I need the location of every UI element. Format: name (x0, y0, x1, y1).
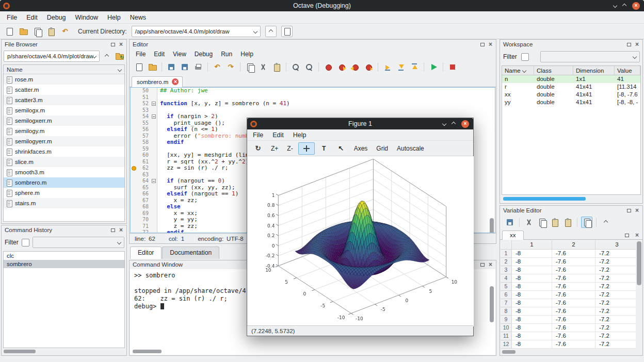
figure-titlebar[interactable]: Figure 1 × (247, 118, 473, 129)
file-row[interactable]: shrinkfaces.m (4, 146, 124, 157)
axes-button[interactable]: Axes (350, 142, 372, 155)
menu-help[interactable]: Help (103, 12, 125, 23)
close-panel-icon[interactable]: × (487, 42, 494, 47)
editor-menu-help[interactable]: Help (236, 50, 257, 59)
workspace-row[interactable]: yydouble41x41[-8, -8, - (502, 98, 640, 106)
variable-cell[interactable]: -7.2 (595, 332, 636, 340)
zoom-out-tool[interactable]: Z- (283, 142, 296, 155)
row-header[interactable]: 2 (501, 258, 512, 266)
variable-horizontal-scrollbar[interactable] (502, 350, 516, 354)
variable-cell[interactable]: -7.2 (595, 299, 636, 307)
menu-window[interactable]: Window (71, 12, 103, 23)
close-icon[interactable]: × (461, 120, 469, 128)
variable-cell[interactable]: -7.6 (552, 332, 595, 340)
variable-cell[interactable]: -7.6 (552, 307, 595, 316)
row-header[interactable]: 4 (501, 274, 512, 283)
workspace-row[interactable]: ndouble1x141 (502, 75, 640, 83)
variable-cell[interactable]: -7.2 (595, 307, 636, 316)
variable-cell[interactable]: -7.6 (552, 299, 595, 307)
plot-button[interactable] (581, 217, 592, 228)
close-tab-icon[interactable]: × (172, 78, 179, 85)
workspace-filter-combo[interactable] (540, 51, 640, 62)
variable-cell[interactable]: -7.2 (595, 291, 636, 299)
maximize-icon[interactable] (452, 122, 456, 126)
editor-vertical-scrollbar[interactable] (490, 218, 494, 233)
paste-button[interactable] (45, 25, 57, 38)
variable-cell[interactable]: -8 (512, 258, 552, 266)
command-window-scrollbar[interactable] (490, 286, 494, 322)
variable-cell[interactable]: -7.2 (595, 316, 636, 324)
file-row[interactable]: smooth3.m (4, 167, 124, 177)
figure-menu-edit[interactable]: Edit (268, 130, 288, 140)
workspace-column-header[interactable]: Dimension (573, 66, 615, 75)
file-row[interactable]: scatter.m (4, 85, 124, 95)
variable-cell[interactable]: -8 (512, 250, 552, 258)
variable-cell[interactable]: -7.2 (595, 274, 636, 283)
up-button[interactable] (600, 217, 611, 228)
variable-cell[interactable]: -8 (512, 266, 552, 274)
open-file-button[interactable] (17, 25, 29, 38)
close-panel-icon[interactable]: × (118, 227, 124, 233)
continue-button[interactable] (427, 61, 440, 73)
variable-cell[interactable]: -7.6 (552, 340, 595, 349)
find-files-button[interactable] (303, 61, 315, 73)
file-row[interactable]: slice.m (4, 157, 124, 167)
close-icon[interactable]: × (632, 2, 640, 10)
filter-checkbox[interactable] (521, 53, 529, 61)
save-button[interactable] (165, 61, 178, 73)
figure-menu-help[interactable]: Help (288, 130, 311, 140)
toggle-breakpoint-button[interactable] (322, 61, 334, 73)
editor-tab-sombrero[interactable]: sombrero.m × (132, 76, 183, 87)
column-header[interactable]: 1 (512, 240, 552, 250)
row-header[interactable]: 5 (501, 283, 512, 291)
editor-menu-debug[interactable]: Debug (190, 50, 217, 59)
variable-cell[interactable]: -7.6 (552, 266, 595, 274)
browse-directory-button[interactable] (281, 26, 293, 37)
tab-documentation[interactable]: Documentation (162, 246, 219, 259)
column-header[interactable]: 2 (552, 240, 595, 250)
close-panel-icon[interactable]: × (487, 262, 494, 267)
menu-file[interactable]: File (2, 12, 22, 23)
dock-icon[interactable] (625, 234, 629, 237)
variable-cell[interactable]: -7.2 (595, 250, 636, 258)
variable-cell[interactable]: -8 (512, 324, 552, 332)
copy-button[interactable] (536, 217, 548, 228)
variable-cell[interactable]: -8 (512, 307, 552, 316)
workspace-column-header[interactable]: Name (502, 66, 534, 75)
code-line[interactable]: 52function [x, y, z] = sombrero (n = 41) (131, 101, 495, 107)
variable-cell[interactable]: -7.6 (552, 291, 595, 299)
row-header[interactable]: 6 (501, 291, 512, 299)
find-button[interactable] (289, 61, 302, 73)
variable-tab-xx[interactable]: xx (502, 231, 524, 240)
row-header[interactable]: 3 (501, 266, 512, 274)
variable-cell[interactable]: -8 (512, 316, 552, 324)
figure-menu-file[interactable]: File (248, 130, 268, 140)
undock-icon[interactable] (480, 43, 485, 46)
workspace-horizontal-scrollbar[interactable] (503, 197, 586, 201)
variable-cell[interactable]: -8 (512, 332, 552, 340)
current-directory-combo[interactable]: /app/share/octave/4.4.0/m/plot/draw (132, 26, 261, 37)
variable-cell[interactable]: -7.6 (552, 258, 595, 266)
row-header[interactable]: 10 (501, 324, 512, 332)
save-button[interactable] (504, 217, 516, 228)
filter-checkbox[interactable] (22, 239, 29, 246)
workspace-row[interactable]: xxdouble41x41[-8, -7.6 (502, 91, 640, 98)
editor-menu-file[interactable]: File (132, 50, 150, 59)
history-filter-combo[interactable] (33, 237, 124, 248)
autoscale-button[interactable]: Autoscale (393, 142, 428, 155)
file-list-header[interactable]: Name (4, 65, 124, 74)
variable-cell[interactable]: -7.2 (595, 266, 636, 274)
stop-button[interactable] (446, 61, 459, 73)
undock-icon[interactable] (627, 209, 631, 212)
tab-editor[interactable]: Editor (130, 246, 162, 259)
row-header[interactable]: 9 (501, 316, 512, 324)
print-button[interactable] (192, 61, 204, 73)
redo-button[interactable] (224, 61, 237, 73)
editor-menu-edit[interactable]: Edit (150, 50, 169, 59)
variable-cell[interactable]: -8 (512, 340, 552, 349)
file-row[interactable]: stairs.m (4, 198, 124, 208)
step-button[interactable] (381, 61, 394, 73)
undo-button[interactable] (59, 25, 71, 38)
folder-up-button[interactable] (102, 51, 112, 61)
row-header[interactable]: 7 (501, 299, 512, 307)
